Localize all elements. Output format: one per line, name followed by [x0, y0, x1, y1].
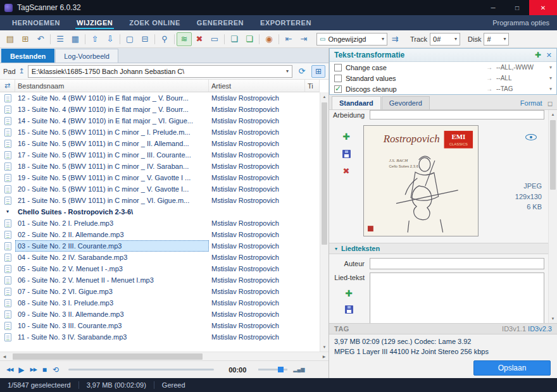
search-icon[interactable]: ⚲	[157, 32, 172, 46]
scroll-down-icon[interactable]: ▼	[320, 343, 329, 352]
scroll-right-icon[interactable]: ▶	[320, 352, 329, 361]
tag-version-id3v2[interactable]: ID3v2.3	[528, 325, 552, 333]
tag-tab[interactable]: Gevorderd	[382, 96, 430, 109]
shuffle-column-icon[interactable]: ⇄	[0, 80, 15, 92]
refresh-button[interactable]: ⟳	[296, 66, 308, 76]
rewind-button[interactable]: ◀◀	[6, 367, 13, 372]
scroll-thumb[interactable]	[550, 120, 556, 190]
minimize-button[interactable]: ─	[481, 0, 505, 15]
tag-tab[interactable]: Standaard	[332, 96, 381, 109]
file-row[interactable]: ▾ 15 - Suite No. 5 (BWV 1011) in C minor…	[0, 126, 320, 138]
add-files-icon[interactable]: ▤	[3, 32, 18, 46]
move-down-icon[interactable]: ⇩	[103, 32, 118, 46]
menu-item[interactable]: WIJZIGEN	[68, 15, 121, 30]
transfer-right-icon[interactable]: ⇥	[296, 32, 311, 46]
stop-button[interactable]: ■	[42, 365, 47, 374]
toolbar-icon[interactable]	[224, 34, 225, 44]
toolbar-icon[interactable]	[174, 34, 175, 44]
scroll-thumb[interactable]	[322, 102, 327, 245]
program-options-link[interactable]: Programma opties	[492, 15, 553, 30]
toolbar-icon[interactable]	[50, 34, 51, 44]
browse-button[interactable]: ⊞	[311, 65, 325, 78]
file-tab[interactable]: Log-Voorbeeld	[55, 49, 118, 63]
file-row[interactable]: ▾ Chello Suites - Rostropovich 2-3-6\	[0, 206, 320, 217]
close-panel-icon[interactable]: ✕	[546, 51, 552, 59]
file-row[interactable]: ▾ 19 - Suite No. 5 (BWV 1011) in C minor…	[0, 172, 320, 183]
add-lyrics-icon[interactable]: ✚	[345, 288, 353, 298]
undo-icon[interactable]: ↶	[33, 32, 48, 46]
file-row[interactable]: ▾ 13 - Suite No. 4 (BWV 1010) in E flat …	[0, 104, 320, 115]
add-art-icon[interactable]: ✚	[342, 132, 350, 142]
play-button[interactable]: ▶	[18, 365, 24, 374]
dropdown-chevron-icon[interactable]: ▾	[549, 86, 552, 92]
forward-button[interactable]: ▶▶	[30, 367, 37, 372]
column-artiest[interactable]: Artiest	[209, 80, 305, 92]
file-row[interactable]: ▾ 08 - Suite No. 3 I. Prelude.mp3 Mstisl…	[0, 297, 320, 309]
horizontal-scrollbar[interactable]: ◀ ▶	[0, 352, 329, 360]
file-row[interactable]: ▾ 04 - Suite No. 2 IV. Sarabande.mp3 Mst…	[0, 252, 320, 263]
chevron-down-icon[interactable]: ▾	[284, 68, 289, 74]
file-row[interactable]: ▾ 11 - Suite No. 3 IV. Sarabande.mp3 Mst…	[0, 331, 320, 343]
transform-checkbox[interactable]	[334, 64, 342, 71]
file-row[interactable]: ▾ 18 - Suite No. 5 (BWV 1011) in C minor…	[0, 161, 320, 172]
add-transform-icon[interactable]: ✚	[535, 51, 541, 59]
scroll-left-icon[interactable]: ◀	[0, 352, 9, 361]
transform-checkbox[interactable]	[334, 75, 342, 82]
track-dropdown[interactable]: 0# ▾	[430, 33, 460, 46]
scroll-up-icon[interactable]: ▲	[549, 110, 557, 119]
eye-preview-icon[interactable]	[525, 133, 537, 142]
column-bestandsnaam[interactable]: Bestandsnaam	[15, 80, 209, 92]
expand-panel-icon[interactable]: ◻	[548, 100, 554, 109]
transform-row[interactable]: Discogs cleanup → --TAG ▾	[330, 83, 556, 94]
save-art-icon[interactable]	[342, 150, 351, 158]
volume-slider[interactable]	[258, 369, 287, 371]
path-input[interactable]: E:\klassiek\1685-1750 Bach Johann Sebast…	[28, 65, 292, 78]
seek-slider[interactable]	[68, 369, 214, 371]
file-tab[interactable]: Bestanden	[1, 49, 54, 63]
toolbar-icon[interactable]	[120, 34, 120, 44]
file-list-scrollbar[interactable]: ▲ ▼	[320, 92, 329, 352]
web-lookup-icon[interactable]: ◉	[261, 32, 277, 46]
select-mode-icon[interactable]: ▢	[122, 32, 137, 46]
toolbar-icon[interactable]	[278, 34, 279, 44]
albumartist-input[interactable]	[370, 110, 544, 119]
file-row[interactable]: ▾ 09 - Suite No. 3 II. Allemande.mp3 Mst…	[0, 309, 320, 320]
split-view-icon[interactable]: ⊟	[137, 32, 153, 46]
scroll-up-icon[interactable]: ▲	[320, 92, 329, 101]
disk-dropdown[interactable]: # ▾	[484, 33, 509, 46]
repeat-button[interactable]: ⟲	[53, 365, 59, 374]
scroll-thumb[interactable]	[13, 353, 203, 360]
toolbar-icon[interactable]	[259, 34, 260, 44]
dropdown-chevron-icon[interactable]: ▾	[549, 75, 552, 81]
file-row[interactable]: ▾ 07 - Suite No. 2 VI. Gigue.mp3 Mstisla…	[0, 286, 320, 297]
author-input[interactable]	[370, 258, 544, 269]
lyrics-section-header[interactable]: ▾ Liedteksten	[329, 243, 548, 254]
save-button[interactable]: Opslaan	[473, 360, 551, 376]
file-row[interactable]: ▾ 10 - Suite No. 3 III. Courante.mp3 Mst…	[0, 320, 320, 331]
menu-item[interactable]: ZOEK ONLINE	[121, 15, 189, 30]
dropdown-chevron-icon[interactable]: ▾	[549, 64, 552, 70]
file-row[interactable]: ▾ 12 - Suite No. 4 (BWV 1010) in E flat …	[0, 92, 320, 104]
format-link[interactable]: Format	[520, 99, 548, 109]
remove-filter-icon[interactable]: ✖	[192, 32, 207, 46]
display-icon[interactable]: ▭	[207, 32, 222, 46]
delete-art-icon[interactable]: ✖	[343, 166, 350, 176]
file-row[interactable]: ▾ 21 - Suite No. 5 (BWV 1011) in C minor…	[0, 195, 320, 206]
list-view-icon[interactable]: ☰	[53, 32, 68, 46]
transform-row[interactable]: Change case → --ALL,-WWW ▾	[330, 62, 556, 73]
close-button[interactable]: ✕	[529, 0, 557, 15]
toolbar-icon[interactable]	[154, 34, 155, 44]
lyrics-textarea[interactable]	[370, 273, 544, 323]
paste-tag-icon[interactable]: ❏	[242, 32, 257, 46]
menu-item[interactable]: GENEREREN	[189, 15, 252, 30]
file-row[interactable]: ▾ 20 - Suite No. 5 (BWV 1011) in C minor…	[0, 183, 320, 195]
path-up-icon[interactable]: ↥	[19, 67, 25, 75]
transform-checkbox[interactable]	[334, 85, 342, 93]
form-scrollbar[interactable]: ▲ ▼	[548, 110, 557, 323]
file-row[interactable]: ▾ 16 - Suite No. 5 (BWV 1011) in C minor…	[0, 138, 320, 149]
preset-dropdown[interactable]: ▭ Ongewijzigd ▾	[316, 33, 387, 46]
transform-row[interactable]: Standard values → --ALL ▾	[330, 73, 556, 83]
file-row[interactable]: ▾ 06 - Suite No. 2 V. Menuet II - Menuet…	[0, 274, 320, 286]
add-folder-icon[interactable]: ⊞	[18, 32, 33, 46]
file-row[interactable]: ▾ 03 - Suite No. 2 III. Courante.mp3 Mst…	[0, 240, 320, 252]
